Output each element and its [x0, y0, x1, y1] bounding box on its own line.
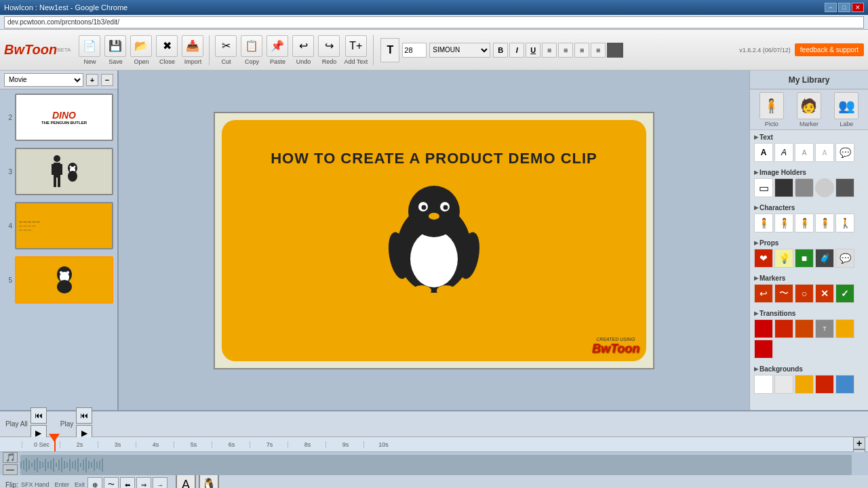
slide-thumb-3[interactable] — [15, 148, 113, 195]
align-left-button[interactable]: ≡ — [542, 43, 557, 58]
trans-1[interactable] — [754, 319, 773, 338]
underline-button[interactable]: U — [526, 43, 540, 58]
marker-circle[interactable]: ○ — [795, 284, 814, 303]
bg-white[interactable] — [754, 375, 773, 394]
library-tab-labe[interactable]: 👥 Labe — [831, 89, 861, 130]
prop-heart[interactable]: ❤ — [754, 249, 773, 268]
url-input[interactable] — [4, 16, 864, 28]
anim-icon-5[interactable]: → — [153, 477, 167, 488]
slide-item-2[interactable]: 2 DINO THE PENGUIN BUTLER — [3, 92, 115, 142]
cut-button[interactable]: ✂ — [215, 35, 237, 57]
trans-2[interactable] — [774, 319, 793, 338]
slide-item-5[interactable]: 5 — [3, 255, 115, 305]
slide-thumb-4[interactable]: — — — — — — — — — — — — — [15, 202, 113, 249]
zoom-in-button[interactable]: + — [853, 437, 865, 449]
image-holder-5[interactable] — [835, 178, 854, 197]
trans-5[interactable] — [835, 319, 854, 338]
close-button[interactable]: ✖ — [156, 35, 178, 57]
canvas-frame[interactable]: HOW TO CREATE A PRODUCT DEMO CLIP — [214, 112, 654, 369]
prop-box[interactable]: ■ — [795, 249, 814, 268]
open-button[interactable]: 📂 — [130, 35, 152, 57]
redo-button[interactable]: ↪ — [318, 35, 340, 57]
image-holder-4[interactable] — [815, 178, 834, 197]
char-item-1[interactable]: 🧍 — [754, 214, 773, 232]
feedback-button[interactable]: feedback & support — [795, 43, 864, 56]
prop-speech[interactable]: 💬 — [835, 249, 854, 268]
slide-thumb-5[interactable] — [15, 256, 113, 304]
italic-button[interactable]: I — [509, 43, 524, 58]
image-holders-header[interactable]: ▶ Image Holders — [754, 169, 864, 176]
font-family-select[interactable]: SIMOUN — [429, 43, 490, 58]
trans-3[interactable] — [795, 319, 814, 338]
char-icon-penguin[interactable]: 🐧 — [199, 473, 219, 488]
svg-rect-5 — [58, 178, 60, 187]
char-item-2[interactable]: 🧍 — [774, 214, 793, 232]
props-header[interactable]: ▶ Props — [754, 239, 864, 247]
timeline-track-icon-2[interactable]: — — [3, 464, 18, 475]
addtext-button[interactable]: T+ — [345, 35, 367, 57]
prop-bag[interactable]: 🧳 — [815, 249, 834, 268]
trans-4[interactable]: T — [815, 319, 834, 338]
align-center-button[interactable]: ≡ — [558, 43, 573, 58]
maximize-button[interactable]: □ — [838, 3, 850, 12]
time-mark-10: 10s — [363, 441, 401, 448]
text-item-5[interactable]: 💬 — [835, 143, 854, 162]
marker-check[interactable]: ✓ — [835, 284, 854, 303]
anim-icon-3[interactable]: ⬅ — [120, 477, 135, 488]
char-item-4[interactable]: 🧍 — [815, 214, 834, 232]
text-type-button[interactable]: T — [380, 38, 399, 62]
add-scene-button[interactable]: + — [86, 74, 98, 86]
bold-button[interactable]: B — [493, 43, 508, 58]
anim-icon-4[interactable]: ⇒ — [136, 477, 151, 488]
marker-arrow[interactable]: ↩ — [754, 284, 773, 303]
slide-thumb-2[interactable]: DINO THE PENGUIN BUTLER — [15, 94, 113, 141]
transitions-header[interactable]: ▶ Transitions — [754, 310, 864, 317]
char-icon-text[interactable]: A — [176, 473, 196, 488]
markers-header[interactable]: ▶ Markers — [754, 274, 864, 282]
play-start-button[interactable]: ⏮ — [76, 407, 92, 424]
import-button[interactable]: 📥 — [182, 35, 203, 57]
library-tab-picto[interactable]: 🧍 Picto — [757, 89, 787, 130]
font-size-input[interactable] — [402, 43, 427, 58]
timeline-track-icon-1[interactable]: 🎵 — [3, 452, 18, 463]
image-holder-2[interactable] — [774, 178, 793, 197]
remove-scene-button[interactable]: − — [101, 74, 113, 86]
image-holder-1[interactable]: ▭ — [754, 178, 773, 197]
marker-cross[interactable]: ✕ — [815, 284, 834, 303]
bg-yellow[interactable] — [795, 375, 814, 394]
align-justify-button[interactable]: ≡ — [591, 43, 606, 58]
undo-button[interactable]: ↩ — [292, 35, 314, 57]
slide-item-4[interactable]: 4 — — — — — — — — — — — — — [3, 201, 115, 251]
close-window-button[interactable]: ✕ — [852, 3, 864, 12]
char-item-3[interactable]: 🧍 — [795, 214, 814, 232]
bg-light[interactable] — [774, 375, 793, 394]
text-item-4[interactable]: A — [815, 143, 834, 162]
library-tab-marker[interactable]: 🧑 Marker — [794, 89, 824, 130]
char-item-5[interactable]: 🚶 — [835, 214, 854, 232]
backgrounds-header[interactable]: ▶ Backgrounds — [754, 365, 864, 373]
characters-header[interactable]: ▶ Characters — [754, 204, 864, 211]
bg-red[interactable] — [815, 375, 834, 394]
text-color-button[interactable] — [607, 43, 623, 58]
movie-select[interactable]: Movie — [4, 73, 83, 87]
text-item-2[interactable]: A — [774, 143, 793, 162]
anim-icon-1[interactable]: ⊕ — [87, 477, 102, 488]
trans-6[interactable] — [754, 340, 773, 359]
new-button[interactable]: 📄 — [79, 35, 100, 57]
align-right-button[interactable]: ≡ — [574, 43, 589, 58]
copy-button[interactable]: 📋 — [241, 35, 262, 57]
marker-wave[interactable]: 〜 — [774, 284, 793, 303]
enter-label: Enter — [54, 481, 69, 488]
text-item-1[interactable]: A — [754, 143, 773, 162]
prop-bulb[interactable]: 💡 — [774, 249, 793, 268]
bg-blue[interactable] — [835, 375, 854, 394]
anim-icon-2[interactable]: 〜 — [104, 477, 119, 488]
save-button[interactable]: 💾 — [104, 35, 126, 57]
slide-item-3[interactable]: 3 — [3, 146, 115, 197]
paste-button[interactable]: 📌 — [267, 35, 288, 57]
image-holder-3[interactable] — [795, 178, 814, 197]
minimize-button[interactable]: − — [825, 3, 837, 12]
play-all-start-button[interactable]: ⏮ — [31, 407, 47, 424]
text-section-header[interactable]: ▶ Text — [754, 134, 864, 141]
text-item-3[interactable]: A — [795, 143, 814, 162]
